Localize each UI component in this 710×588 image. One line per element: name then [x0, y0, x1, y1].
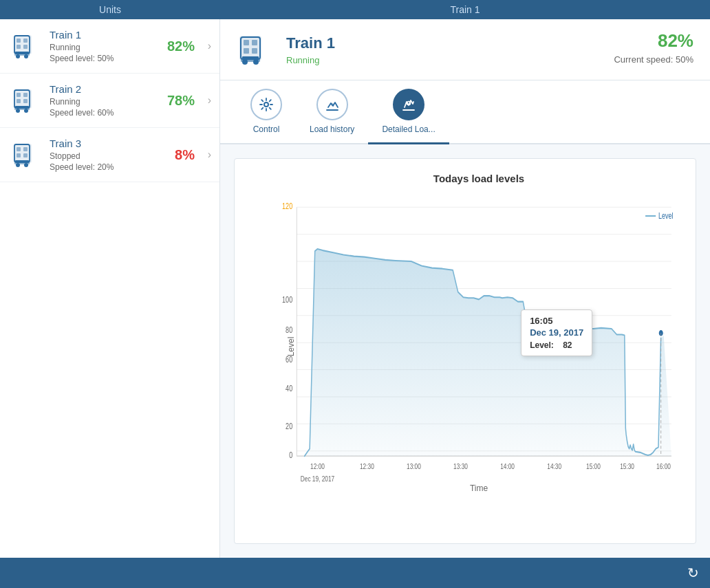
sidebar-item-1[interactable]: Train 2 Running Speed level: 60% 78% ›	[0, 74, 219, 128]
sidebar-item-name: Train 3	[50, 138, 175, 149]
detail-percent: 82%	[614, 30, 693, 52]
detail-panel: Train 1 Running 82% Current speed: 50% C…	[220, 19, 710, 558]
svg-point-40	[264, 102, 268, 107]
svg-text:13:30: 13:30	[453, 462, 468, 471]
sidebar-item-status: Running	[50, 97, 167, 107]
sidebar-item-percent: 78%	[167, 93, 195, 109]
svg-text:80: 80	[286, 325, 292, 335]
svg-text:13:00: 13:00	[407, 462, 421, 471]
tab-control-label: Control	[253, 124, 280, 134]
chevron-right-icon: ›	[208, 40, 211, 52]
svg-text:12:30: 12:30	[360, 462, 374, 471]
sidebar-item-status: Stopped	[50, 151, 175, 161]
chart-area: Todays load levels Level	[220, 144, 710, 558]
svg-text:14:30: 14:30	[547, 462, 561, 471]
chevron-right-icon: ›	[208, 94, 211, 107]
svg-text:20: 20	[286, 421, 292, 431]
train-icon-small	[11, 140, 41, 170]
svg-text:120: 120	[282, 202, 292, 211]
detail-train-name: Train 1	[286, 34, 335, 52]
svg-text:Dec 19, 2017: Dec 19, 2017	[301, 475, 335, 483]
svg-rect-33	[252, 40, 257, 45]
svg-rect-29	[14, 162, 30, 164]
detail-header: Train 1 Running 82% Current speed: 50%	[220, 19, 710, 80]
svg-rect-9	[14, 54, 30, 56]
tab-load-history[interactable]: Load history	[296, 80, 368, 144]
svg-text:40: 40	[286, 384, 292, 393]
chart-svg: 0 20 40 60 80 100 120 12:00 12:30 13:00	[276, 193, 682, 500]
svg-rect-35	[252, 48, 257, 54]
sidebar-item-percent: 82%	[167, 39, 195, 54]
sidebar-item-name: Train 2	[50, 83, 167, 95]
sidebar-item-speed: Speed level: 60%	[50, 108, 167, 118]
tabs-bar: Control Load history Det	[220, 80, 710, 144]
svg-rect-6	[15, 52, 29, 54]
sidebar-item-2[interactable]: Train 3 Stopped Speed level: 20% 8% ›	[0, 128, 219, 182]
sidebar-item-speed: Speed level: 20%	[50, 162, 175, 172]
y-axis-label: Level	[286, 336, 296, 356]
sidebar: Train 1 Running Speed level: 50% 82% › T…	[0, 19, 220, 558]
svg-text:12:00: 12:00	[310, 462, 325, 471]
svg-rect-20	[14, 144, 32, 163]
svg-rect-15	[23, 99, 28, 103]
sidebar-item-status: Running	[50, 43, 167, 52]
refresh-icon[interactable]: ↻	[687, 565, 699, 581]
detail-current-speed: Current speed: 50%	[614, 54, 693, 65]
svg-point-42	[407, 102, 411, 105]
chart-container: Todays load levels Level	[234, 158, 696, 544]
train-icon-small	[11, 85, 41, 116]
svg-text:0: 0	[289, 450, 292, 460]
svg-rect-23	[23, 147, 28, 151]
svg-rect-25	[23, 153, 28, 157]
svg-text:100: 100	[282, 294, 292, 304]
tab-detailed-load[interactable]: Detailed Loa...	[368, 80, 449, 144]
chart-title: Todays load levels	[276, 173, 682, 184]
x-axis-label: Time	[470, 483, 488, 493]
svg-text:16:00: 16:00	[656, 462, 671, 471]
svg-point-41	[331, 103, 334, 106]
svg-rect-22	[17, 147, 21, 151]
train-icon-large	[237, 30, 275, 69]
detail-panel-title: Train 1	[220, 4, 710, 15]
svg-text:15:30: 15:30	[620, 462, 634, 471]
svg-rect-34	[244, 48, 249, 54]
svg-rect-3	[23, 39, 28, 43]
sidebar-title: Units	[0, 4, 220, 15]
sidebar-item-speed: Speed level: 50%	[50, 54, 167, 63]
svg-rect-16	[15, 106, 29, 108]
svg-rect-36	[242, 56, 259, 59]
svg-rect-2	[17, 39, 21, 43]
svg-text:Level: Level	[658, 211, 674, 221]
svg-rect-19	[14, 108, 30, 110]
tab-detailed-load-label: Detailed Loa...	[382, 124, 435, 134]
sidebar-item-0[interactable]: Train 1 Running Speed level: 50% 82% ›	[0, 19, 219, 74]
svg-rect-24	[17, 153, 21, 157]
svg-text:15:00: 15:00	[586, 462, 601, 471]
bottom-bar: ↻	[0, 558, 710, 588]
svg-rect-13	[23, 93, 28, 97]
sidebar-item-percent: 8%	[175, 147, 195, 163]
svg-rect-4	[17, 45, 21, 49]
svg-rect-10	[14, 89, 32, 109]
chevron-right-icon: ›	[208, 149, 211, 161]
train-icon-small	[11, 31, 41, 61]
svg-rect-39	[241, 59, 260, 62]
tab-control[interactable]: Control	[237, 80, 296, 144]
svg-rect-14	[17, 99, 21, 103]
svg-rect-5	[23, 45, 28, 49]
svg-rect-32	[244, 40, 249, 45]
svg-rect-0	[14, 35, 32, 54]
sidebar-item-name: Train 1	[50, 29, 167, 41]
detail-status: Running	[286, 55, 335, 65]
tab-load-history-label: Load history	[310, 124, 354, 134]
svg-text:14:00: 14:00	[500, 462, 515, 471]
svg-rect-26	[15, 160, 29, 162]
svg-rect-12	[17, 93, 21, 97]
